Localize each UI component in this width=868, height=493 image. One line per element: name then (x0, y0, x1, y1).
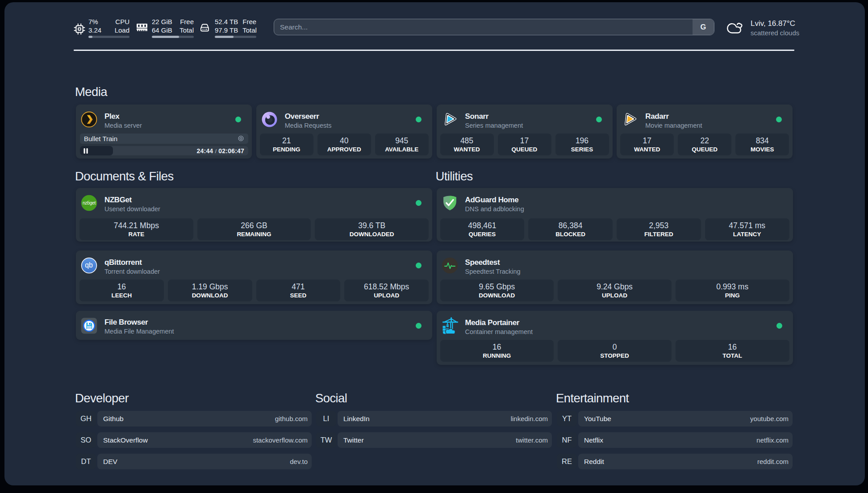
svg-text:qb: qb (85, 261, 93, 269)
svg-text:nzbget: nzbget (83, 201, 96, 205)
